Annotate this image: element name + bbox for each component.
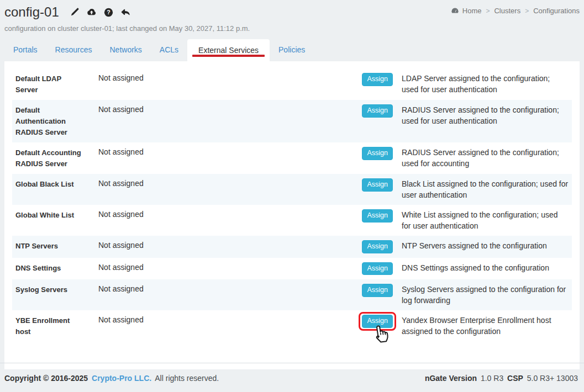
assign-button[interactable]: Assign — [362, 147, 393, 160]
svg-text:?: ? — [107, 9, 110, 15]
tab-external-services[interactable]: External Services — [187, 39, 270, 61]
service-status: Not assigned — [98, 315, 367, 325]
service-description: Black List assigned to the configuration… — [402, 178, 569, 200]
breadcrumb-clusters[interactable]: Clusters — [494, 7, 520, 15]
service-status: Not assigned — [98, 209, 367, 220]
service-status: Not assigned — [98, 284, 367, 294]
external-services-panel: Default LDAP Server Not assigned Assign … — [4, 61, 580, 369]
page-header: config-01 ? Home > Clusters > Configurat… — [0, 0, 584, 33]
page-title: config-01 — [4, 4, 59, 20]
service-description: DNS Settings assigned to the configurati… — [402, 262, 569, 273]
tab-acls[interactable]: ACLs — [151, 40, 187, 61]
service-name: Default LDAP Server — [15, 73, 85, 96]
assign-button[interactable]: Assign — [362, 262, 393, 276]
service-row-black-list: Global Black List Not assigned Assign Bl… — [12, 174, 572, 205]
service-description: NTP Servers assigned to the configuratio… — [402, 240, 569, 251]
service-status: Not assigned — [98, 73, 367, 83]
service-description: RADIUS Server assigned to the configurat… — [402, 104, 569, 126]
service-row-dns: DNS Settings Not assigned Assign DNS Set… — [12, 258, 572, 280]
footer: Copyright © 2016-2025 Crypto-Pro LLC. Al… — [0, 363, 584, 392]
copyright-text: Copyright © 2016-2025 Crypto-Pro LLC. Al… — [4, 374, 220, 392]
service-status: Not assigned — [98, 240, 367, 251]
service-status: Not assigned — [98, 262, 367, 273]
service-row-ntp: NTP Servers Not assigned Assign NTP Serv… — [12, 236, 572, 258]
copyright-prefix: Copyright © 2016-2025 — [4, 374, 88, 383]
dashboard-icon — [451, 7, 459, 14]
csp-label: CSP — [507, 374, 523, 383]
breadcrumb: Home > Clusters > Configurations — [451, 7, 580, 15]
service-row-ybe-enrollment: YBE Enrollment host Not assigned Assign … — [12, 310, 572, 353]
assign-button-ybe[interactable]: Assign — [362, 315, 393, 328]
product-name: nGate Version — [425, 374, 477, 383]
assign-button[interactable]: Assign — [362, 284, 393, 297]
service-name: Default Authentication RADIUS Server — [15, 104, 85, 138]
cloud-upload-icon[interactable] — [86, 8, 97, 17]
service-name: Syslog Servers — [15, 284, 85, 295]
service-description: LDAP Server assigned to the configuratio… — [402, 73, 569, 95]
undo-icon[interactable] — [120, 8, 130, 17]
service-row-ldap: Default LDAP Server Not assigned Assign … — [12, 68, 572, 100]
breadcrumb-configurations[interactable]: Configurations — [533, 7, 580, 15]
service-name: Global White List — [15, 209, 85, 221]
tab-policies[interactable]: Policies — [270, 40, 314, 61]
csp-version: 5.0 R3+ 13003 — [527, 374, 578, 383]
assign-button[interactable]: Assign — [362, 104, 393, 118]
company-link[interactable]: Crypto-Pro LLC. — [92, 374, 151, 383]
service-name: YBE Enrollment host — [15, 315, 85, 337]
service-name: DNS Settings — [15, 262, 85, 274]
tab-portals[interactable]: Portals — [4, 40, 46, 61]
service-row-auth-radius: Default Authentication RADIUS Server Not… — [12, 100, 572, 142]
service-row-syslog: Syslog Servers Not assigned Assign Syslo… — [12, 279, 572, 310]
pencil-icon[interactable] — [70, 8, 79, 17]
service-row-acct-radius: Default Accounting RADIUS Server Not ass… — [12, 142, 572, 174]
product-version: 1.0 R3 — [481, 374, 503, 383]
service-status: Not assigned — [98, 147, 367, 157]
service-status: Not assigned — [98, 178, 367, 189]
assign-button[interactable]: Assign — [362, 73, 393, 86]
tab-networks[interactable]: Networks — [101, 40, 151, 61]
page-subtitle: configuration on cluster cluster-01; las… — [4, 24, 580, 33]
service-name: Default Accounting RADIUS Server — [15, 147, 85, 169]
assign-button[interactable]: Assign — [362, 209, 393, 223]
version-text: nGate Version 1.0 R3 CSP 5.0 R3+ 13003 — [425, 374, 580, 392]
help-icon[interactable]: ? — [104, 8, 113, 17]
assign-button[interactable]: Assign — [362, 240, 393, 253]
tab-bar: Portals Resources Networks ACLs External… — [0, 39, 584, 61]
service-description: Yandex Browser Enterprise Enrollment hos… — [402, 315, 569, 337]
breadcrumb-separator: > — [525, 7, 529, 15]
service-status: Not assigned — [98, 104, 367, 115]
rights-text: All rights reserved. — [155, 374, 219, 383]
service-name: Global Black List — [15, 178, 85, 190]
service-name: NTP Servers — [15, 240, 85, 252]
assign-button[interactable]: Assign — [362, 178, 393, 192]
breadcrumb-home[interactable]: Home — [462, 7, 482, 15]
service-description: White List assigned to the configuration… — [402, 209, 569, 231]
service-description: Syslog Servers assigned to the configura… — [402, 284, 569, 306]
service-row-white-list: Global White List Not assigned Assign Wh… — [12, 205, 572, 236]
tab-resources[interactable]: Resources — [46, 40, 101, 61]
breadcrumb-separator: > — [486, 7, 490, 15]
service-description: RADIUS Server assigned to the configurat… — [402, 147, 569, 169]
